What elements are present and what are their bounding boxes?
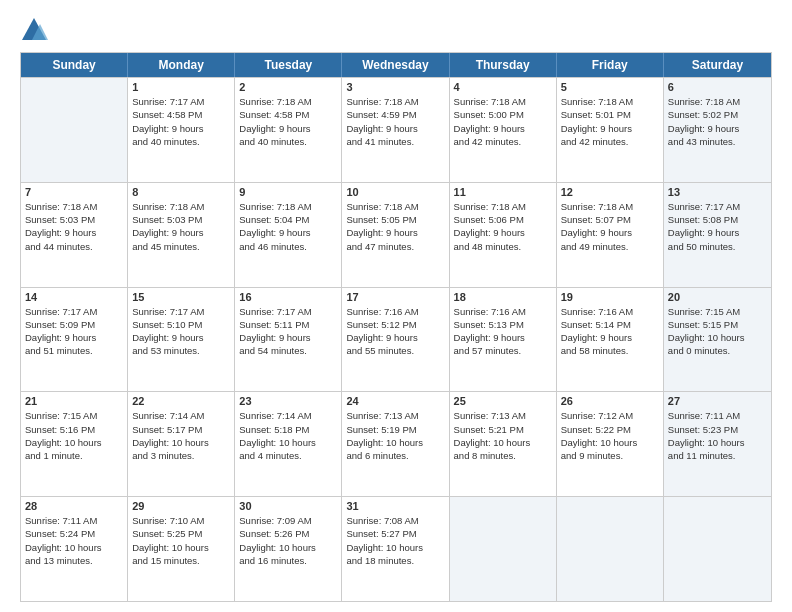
calendar-cell: 27Sunrise: 7:11 AMSunset: 5:23 PMDayligh… xyxy=(664,392,771,496)
calendar-cell: 11Sunrise: 7:18 AMSunset: 5:06 PMDayligh… xyxy=(450,183,557,287)
cell-info-line: and 46 minutes. xyxy=(239,240,337,253)
cell-info-line: and 13 minutes. xyxy=(25,554,123,567)
cell-info-line: Daylight: 9 hours xyxy=(561,226,659,239)
cell-info-line: Sunset: 5:07 PM xyxy=(561,213,659,226)
calendar-cell: 12Sunrise: 7:18 AMSunset: 5:07 PMDayligh… xyxy=(557,183,664,287)
day-number: 2 xyxy=(239,81,337,93)
cell-info-line: and 42 minutes. xyxy=(561,135,659,148)
day-number: 14 xyxy=(25,291,123,303)
header-day: Saturday xyxy=(664,53,771,77)
cell-info-line: and 8 minutes. xyxy=(454,449,552,462)
cell-info-line: Daylight: 9 hours xyxy=(239,331,337,344)
day-number: 29 xyxy=(132,500,230,512)
cell-info-line: Sunset: 5:03 PM xyxy=(25,213,123,226)
header-day: Friday xyxy=(557,53,664,77)
cell-info-line: Sunrise: 7:18 AM xyxy=(239,95,337,108)
cell-info-line: Sunrise: 7:17 AM xyxy=(132,95,230,108)
header-day: Wednesday xyxy=(342,53,449,77)
calendar-cell: 22Sunrise: 7:14 AMSunset: 5:17 PMDayligh… xyxy=(128,392,235,496)
header-day: Monday xyxy=(128,53,235,77)
cell-info-line: Sunset: 5:06 PM xyxy=(454,213,552,226)
day-number: 8 xyxy=(132,186,230,198)
cell-info-line: Sunrise: 7:12 AM xyxy=(561,409,659,422)
day-number: 17 xyxy=(346,291,444,303)
cell-info-line: Sunrise: 7:17 AM xyxy=(668,200,767,213)
cell-info-line: Sunset: 5:27 PM xyxy=(346,527,444,540)
calendar-cell: 14Sunrise: 7:17 AMSunset: 5:09 PMDayligh… xyxy=(21,288,128,392)
day-number: 12 xyxy=(561,186,659,198)
day-number: 28 xyxy=(25,500,123,512)
cell-info-line: Daylight: 9 hours xyxy=(668,122,767,135)
day-number: 11 xyxy=(454,186,552,198)
cell-info-line: and 45 minutes. xyxy=(132,240,230,253)
cell-info-line: Daylight: 9 hours xyxy=(454,226,552,239)
calendar-week-row: 21Sunrise: 7:15 AMSunset: 5:16 PMDayligh… xyxy=(21,391,771,496)
cell-info-line: Daylight: 10 hours xyxy=(346,436,444,449)
day-number: 6 xyxy=(668,81,767,93)
cell-info-line: Daylight: 9 hours xyxy=(454,122,552,135)
cell-info-line: and 40 minutes. xyxy=(239,135,337,148)
cell-info-line: Sunrise: 7:18 AM xyxy=(454,200,552,213)
calendar-cell: 26Sunrise: 7:12 AMSunset: 5:22 PMDayligh… xyxy=(557,392,664,496)
cell-info-line: and 16 minutes. xyxy=(239,554,337,567)
day-number: 31 xyxy=(346,500,444,512)
header-day: Sunday xyxy=(21,53,128,77)
calendar-week-row: 28Sunrise: 7:11 AMSunset: 5:24 PMDayligh… xyxy=(21,496,771,601)
cell-info-line: Sunset: 5:26 PM xyxy=(239,527,337,540)
day-number: 27 xyxy=(668,395,767,407)
cell-info-line: and 58 minutes. xyxy=(561,344,659,357)
cell-info-line: Sunset: 4:58 PM xyxy=(239,108,337,121)
cell-info-line: and 9 minutes. xyxy=(561,449,659,462)
cell-info-line: Daylight: 10 hours xyxy=(132,541,230,554)
cell-info-line: Sunset: 4:59 PM xyxy=(346,108,444,121)
cell-info-line: Sunset: 5:15 PM xyxy=(668,318,767,331)
header-day: Tuesday xyxy=(235,53,342,77)
calendar-cell: 2Sunrise: 7:18 AMSunset: 4:58 PMDaylight… xyxy=(235,78,342,182)
cell-info-line: Sunset: 5:10 PM xyxy=(132,318,230,331)
cell-info-line: Daylight: 9 hours xyxy=(132,331,230,344)
cell-info-line: Sunset: 5:17 PM xyxy=(132,423,230,436)
calendar-cell: 31Sunrise: 7:08 AMSunset: 5:27 PMDayligh… xyxy=(342,497,449,601)
calendar-cell: 23Sunrise: 7:14 AMSunset: 5:18 PMDayligh… xyxy=(235,392,342,496)
day-number: 4 xyxy=(454,81,552,93)
calendar-cell: 30Sunrise: 7:09 AMSunset: 5:26 PMDayligh… xyxy=(235,497,342,601)
cell-info-line: and 54 minutes. xyxy=(239,344,337,357)
cell-info-line: and 0 minutes. xyxy=(668,344,767,357)
cell-info-line: Daylight: 9 hours xyxy=(346,226,444,239)
day-number: 23 xyxy=(239,395,337,407)
cell-info-line: Sunrise: 7:18 AM xyxy=(668,95,767,108)
calendar-cell: 29Sunrise: 7:10 AMSunset: 5:25 PMDayligh… xyxy=(128,497,235,601)
cell-info-line: Sunrise: 7:18 AM xyxy=(561,200,659,213)
calendar-page: SundayMondayTuesdayWednesdayThursdayFrid… xyxy=(0,0,792,612)
cell-info-line: Daylight: 10 hours xyxy=(668,436,767,449)
cell-info-line: and 43 minutes. xyxy=(668,135,767,148)
cell-info-line: Sunset: 5:21 PM xyxy=(454,423,552,436)
cell-info-line: Sunset: 5:09 PM xyxy=(25,318,123,331)
cell-info-line: and 44 minutes. xyxy=(25,240,123,253)
calendar-cell xyxy=(664,497,771,601)
cell-info-line: Sunrise: 7:18 AM xyxy=(346,95,444,108)
cell-info-line: and 57 minutes. xyxy=(454,344,552,357)
calendar-cell: 10Sunrise: 7:18 AMSunset: 5:05 PMDayligh… xyxy=(342,183,449,287)
cell-info-line: Daylight: 10 hours xyxy=(668,331,767,344)
cell-info-line: Sunset: 5:03 PM xyxy=(132,213,230,226)
cell-info-line: and 53 minutes. xyxy=(132,344,230,357)
day-number: 9 xyxy=(239,186,337,198)
cell-info-line: Daylight: 10 hours xyxy=(132,436,230,449)
cell-info-line: Daylight: 10 hours xyxy=(346,541,444,554)
cell-info-line: Sunrise: 7:11 AM xyxy=(25,514,123,527)
cell-info-line: and 41 minutes. xyxy=(346,135,444,148)
cell-info-line: Daylight: 9 hours xyxy=(454,331,552,344)
calendar-cell: 15Sunrise: 7:17 AMSunset: 5:10 PMDayligh… xyxy=(128,288,235,392)
cell-info-line: Daylight: 9 hours xyxy=(561,331,659,344)
calendar-header: SundayMondayTuesdayWednesdayThursdayFrid… xyxy=(21,53,771,77)
cell-info-line: Daylight: 10 hours xyxy=(561,436,659,449)
calendar-cell: 8Sunrise: 7:18 AMSunset: 5:03 PMDaylight… xyxy=(128,183,235,287)
cell-info-line: Sunset: 5:02 PM xyxy=(668,108,767,121)
cell-info-line: Daylight: 9 hours xyxy=(25,226,123,239)
cell-info-line: Sunset: 5:16 PM xyxy=(25,423,123,436)
day-number: 25 xyxy=(454,395,552,407)
cell-info-line: Sunrise: 7:18 AM xyxy=(561,95,659,108)
day-number: 30 xyxy=(239,500,337,512)
header-day: Thursday xyxy=(450,53,557,77)
